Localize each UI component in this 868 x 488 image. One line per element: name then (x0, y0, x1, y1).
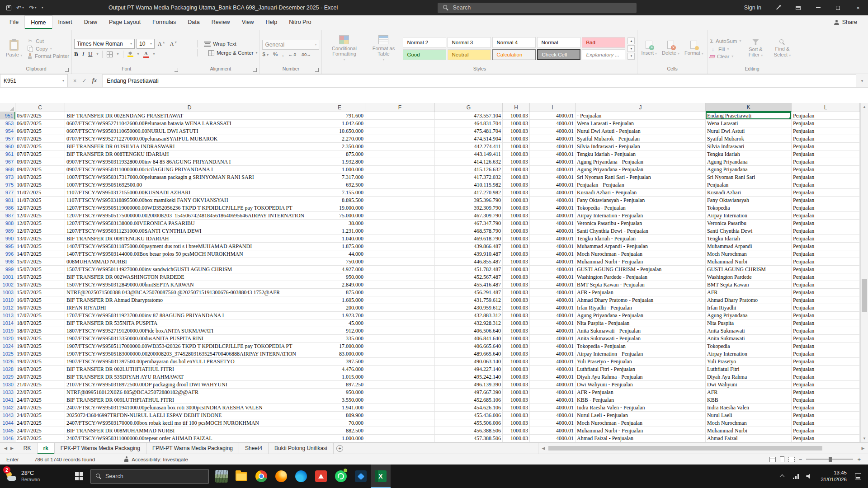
cell-i1003[interactable]: 4000.01 (530, 289, 576, 296)
cell-j1041[interactable]: KBB - Penjualan (576, 396, 706, 404)
row-header-1033[interactable]: 1033 (0, 389, 15, 396)
cell-l1026[interactable]: Penjualan (792, 358, 860, 366)
cell-c999[interactable]: 15/07/2025 (15, 266, 65, 273)
cell-i961[interactable]: 4000.01 (530, 150, 576, 158)
style-normal-4[interactable]: Normal 4 (492, 37, 536, 48)
cell-i988[interactable]: 4000.01 (530, 220, 576, 227)
cell-e1030[interactable]: 897.250 (314, 381, 365, 389)
cell-j954[interactable]: Nurul Dwi Astuti - Penjualan (576, 127, 706, 135)
cell-l1028[interactable]: Penjualan (792, 366, 860, 373)
bottom-align-button[interactable] (193, 43, 195, 45)
cell-d975[interactable]: 1007/FTSCY/WS95051692500.00 (65, 181, 314, 189)
cell-d1046[interactable]: 2407/FTSCY/WS950311000000.00repeat order… (65, 435, 314, 442)
cell-j1001[interactable]: Washington Pardede - Penjualan (576, 273, 706, 281)
fill-button[interactable]: ↓Fill ▾ (710, 46, 741, 52)
cell-f996[interactable] (365, 250, 435, 258)
cell-k1041[interactable]: KBB (706, 396, 792, 404)
cell-e954[interactable]: 10.650.000 (314, 127, 365, 135)
cell-h953[interactable]: 1000.03 (503, 120, 530, 127)
row-header-1003[interactable]: 1003 (0, 289, 15, 296)
cell-i999[interactable]: 4000.01 (530, 266, 576, 273)
cell-f968[interactable] (365, 166, 435, 174)
sheet-tab-fpm-pt-warna-media-packaging[interactable]: FPM-PT Warna Media Packaging (146, 443, 239, 454)
scroll-up-icon[interactable]: ▲ (861, 103, 868, 111)
cell-k961[interactable]: Tengku Idariah (706, 150, 792, 158)
cell-e1003[interactable]: 875.000 (314, 289, 365, 296)
cell-i1012[interactable]: 4000.01 (530, 304, 576, 312)
share-button[interactable]: Share (827, 19, 864, 25)
cell-e1025[interactable]: 83.000.000 (314, 350, 365, 358)
row-header-960[interactable]: 960 (0, 143, 15, 150)
cell-i951[interactable]: 4000.01 (530, 112, 576, 120)
cell-h1025[interactable]: 1000.03 (503, 350, 530, 358)
cell-d973[interactable]: 1007/FTSCY/WS950317317000.00pelunasan pa… (65, 174, 314, 181)
cell-j990[interactable]: Tengku Idariah - Penjualan (576, 235, 706, 243)
cell-h1001[interactable]: 1000.03 (503, 273, 530, 281)
cell-f998[interactable] (365, 258, 435, 266)
cell-i1024[interactable]: 4000.01 (530, 343, 576, 350)
cell-j981[interactable]: Fany Oktaviansyah - Penjualan (576, 197, 706, 204)
cell-i977[interactable]: 4000.01 (530, 189, 576, 197)
cell-k957[interactable]: Syaiful Mubarok (706, 135, 792, 143)
cell-e1001[interactable]: 950.000 (314, 273, 365, 281)
cell-i1044[interactable]: 4000.01 (530, 419, 576, 427)
cell-c960[interactable]: 07/07/2025 (15, 143, 65, 150)
row-header-1045[interactable]: 1045 (0, 427, 15, 435)
cell-l1019[interactable]: Penjualan (792, 327, 860, 335)
cell-g1030[interactable]: 496.139.390 (435, 381, 503, 389)
cell-c1045[interactable]: 24/07/2025 (15, 427, 65, 435)
cell-d961[interactable]: BIF TRANSFER DR 008TENGKU IDARIAH (65, 150, 314, 158)
column-header-d[interactable]: D (65, 103, 314, 112)
cell-j951[interactable]: - Penjualan (576, 112, 706, 120)
cell-j1044[interactable]: Moch Nurochman - Penjualan (576, 419, 706, 427)
cell-f960[interactable] (365, 143, 435, 150)
cell-l981[interactable]: Penjualan (792, 197, 860, 204)
new-sheet-button[interactable]: + (334, 443, 346, 454)
cell-f988[interactable] (365, 220, 435, 227)
sort-filter-button[interactable]: Sort & Filter ▾ (743, 39, 768, 57)
save-button[interactable] (5, 2, 13, 13)
cell-c1042[interactable]: 24/07/2025 (15, 404, 65, 412)
cell-e1012[interactable]: 200.000 (314, 304, 365, 312)
row-header-996[interactable]: 996 (0, 250, 15, 258)
cell-e1043[interactable]: 809.900 (314, 412, 365, 419)
cell-c954[interactable]: 06/07/2025 (15, 127, 65, 135)
cell-j1028[interactable]: Luthfiatul Fitri - Penjualan (576, 366, 706, 373)
ribbon-tab-help[interactable]: Help (260, 15, 283, 29)
ribbon-tab-review[interactable]: Review (206, 15, 236, 29)
volume-button[interactable] (802, 465, 816, 488)
cell-h1020[interactable]: 1000.03 (503, 335, 530, 343)
cell-g977[interactable]: 417.270.982 (435, 189, 503, 197)
cell-e988[interactable]: 38.000 (314, 220, 365, 227)
cell-l1029[interactable]: Penjualan (792, 373, 860, 381)
cell-c973[interactable]: 10/07/2025 (15, 174, 65, 181)
style-bad[interactable]: Bad (582, 37, 625, 48)
cell-h1003[interactable]: 1000.03 (503, 289, 530, 296)
cell-l989[interactable]: Penjualan (792, 227, 860, 235)
cell-k968[interactable]: Agung Priyandana (706, 166, 792, 174)
cell-g988[interactable]: 467.347.790 (435, 220, 503, 227)
cell-e1020[interactable]: 335.000 (314, 335, 365, 343)
cell-i1002[interactable]: 4000.01 (530, 281, 576, 289)
cell-k999[interactable]: GUSTI AGUNG CHRISM (706, 266, 792, 273)
cell-c989[interactable]: 12/07/2025 (15, 227, 65, 235)
cell-l1025[interactable]: Penjualan (792, 350, 860, 358)
cell-j1014[interactable]: Nita Puspita - Penjualan (576, 319, 706, 327)
comma-style-button[interactable]: , (282, 52, 283, 57)
cell-f1025[interactable] (365, 350, 435, 358)
cell-d953[interactable]: 0607/FTSCY/WS952711042600.00Pelunasan ba… (65, 120, 314, 127)
page-break-view-button[interactable] (788, 457, 795, 462)
cell-l957[interactable]: Penjualan (792, 135, 860, 143)
cell-j1042[interactable]: Indra Raesha Valen - Penjualan (576, 404, 706, 412)
row-header-1013[interactable]: 1013 (0, 312, 15, 319)
row-header-995[interactable]: 995 (0, 243, 15, 250)
formula-input[interactable]: Endang Prasetiawati (103, 74, 856, 87)
cell-g987[interactable]: 467.309.790 (435, 212, 503, 220)
cell-l1043[interactable]: Penjualan (792, 412, 860, 419)
cell-d1044[interactable]: 2407/FTSCY/WS9503170000.00box robak keci… (65, 419, 314, 427)
cell-f986[interactable] (365, 204, 435, 212)
cell-c1033[interactable]: 22/07/2025 (15, 389, 65, 396)
paste-button[interactable]: Paste ▾ (3, 40, 25, 57)
row-header-981[interactable]: 981 (0, 197, 15, 204)
cell-c1030[interactable]: 21/07/2025 (15, 381, 65, 389)
